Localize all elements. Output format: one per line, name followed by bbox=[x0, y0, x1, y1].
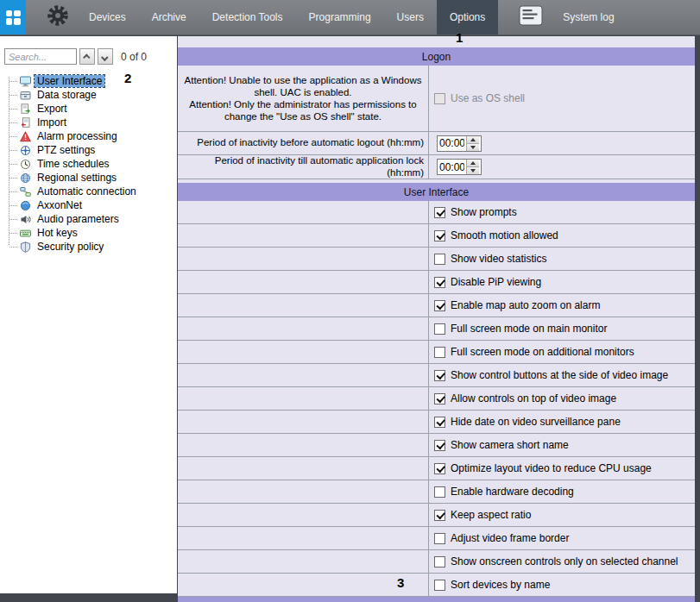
sidebar-item-audio-parameters[interactable]: Audio parameters bbox=[5, 212, 177, 226]
system-log-icon bbox=[519, 5, 543, 29]
auto-logout-input[interactable] bbox=[438, 136, 466, 151]
smooth-motion-checkbox[interactable] bbox=[434, 230, 445, 241]
hardware-decoding-label: Enable hardware decoding bbox=[451, 486, 574, 498]
fullscreen-additional-monitors-label: Full screen mode on additional monitors bbox=[451, 346, 634, 358]
map-auto-zoom-label: Enable map auto zoom on alarm bbox=[451, 299, 600, 311]
triangle-down-icon bbox=[470, 146, 476, 149]
sidebar-item-data-storage[interactable]: Data storage bbox=[5, 88, 177, 102]
adjust-frame-border-checkbox[interactable] bbox=[434, 533, 445, 544]
sidebar-item-label: Import bbox=[35, 116, 69, 129]
auto-lock-control-cell bbox=[429, 155, 695, 179]
import-icon bbox=[20, 117, 31, 129]
menu-item-archive[interactable]: Archive bbox=[139, 0, 199, 34]
setting-row: Optimize layout video to reduce CPU usag… bbox=[178, 457, 695, 480]
os-shell-control-cell: Use as OS shell bbox=[429, 66, 695, 131]
fullscreen-main-monitor-label: Full screen mode on main monitor bbox=[451, 323, 607, 335]
auto-lock-input[interactable] bbox=[438, 160, 466, 174]
menu-item-users[interactable]: Users bbox=[384, 0, 437, 34]
setting-row: Enable hardware decoding bbox=[178, 480, 695, 504]
camera-short-name-checkbox[interactable] bbox=[434, 440, 445, 451]
spin-up-button[interactable] bbox=[467, 160, 479, 167]
fullscreen-additional-monitors-checkbox[interactable] bbox=[434, 347, 445, 358]
keep-aspect-ratio-label: Keep aspect ratio bbox=[451, 509, 531, 521]
speaker-icon bbox=[20, 214, 31, 225]
sidebar-item-label: Audio parameters bbox=[35, 213, 122, 225]
globe-icon bbox=[20, 172, 31, 184]
search-input[interactable] bbox=[4, 48, 77, 65]
annotation-3: 3 bbox=[397, 575, 404, 590]
annotation-2: 2 bbox=[124, 71, 131, 85]
gear-icon bbox=[46, 3, 70, 31]
annotation-1: 1 bbox=[456, 30, 463, 45]
use-as-os-shell-label: Use as OS shell bbox=[451, 92, 525, 104]
optimize-layout-checkbox[interactable] bbox=[434, 463, 445, 474]
setting-row: Smooth motion allowed bbox=[178, 224, 695, 248]
sidebar-item-time-schedules[interactable]: Time schedules bbox=[5, 157, 177, 171]
spin-down-button[interactable] bbox=[467, 144, 479, 151]
setting-row: Full screen mode on additional monitors bbox=[178, 341, 695, 364]
setting-row: Disable PiP viewing bbox=[178, 271, 695, 294]
spin-down-button[interactable] bbox=[467, 167, 479, 174]
sidebar-item-label: Time schedules bbox=[35, 158, 112, 170]
auto-logout-label: Period of inactivity before automatic lo… bbox=[178, 137, 428, 149]
sidebar-item-export[interactable]: Export bbox=[5, 102, 177, 116]
ptz-icon bbox=[20, 145, 31, 156]
menu-item-options[interactable]: Options bbox=[437, 0, 498, 34]
map-auto-zoom-checkbox[interactable] bbox=[434, 300, 445, 311]
setting-row: Show video statistics bbox=[178, 248, 695, 271]
menu-item-system-log[interactable]: System log bbox=[550, 0, 627, 34]
system-log-button[interactable] bbox=[512, 0, 550, 34]
menu-item-devices[interactable]: Devices bbox=[76, 0, 139, 34]
sidebar-item-hot-keys[interactable]: Hot keys bbox=[5, 226, 177, 240]
show-prompts-checkbox[interactable] bbox=[434, 207, 445, 218]
sidebar-item-label: Regional settings bbox=[35, 172, 119, 184]
sidebar-item-user-interface[interactable]: User Interface bbox=[5, 74, 177, 88]
sidebar-item-label: Export bbox=[35, 103, 70, 115]
setting-row: Sort devices by name bbox=[178, 574, 695, 597]
optimize-layout-label: Optimize layout video to reduce CPU usag… bbox=[451, 462, 652, 474]
controls-on-top-checkbox[interactable] bbox=[434, 393, 445, 404]
auto-logout-control-cell bbox=[429, 132, 695, 154]
sidebar-item-label: Data storage bbox=[35, 89, 99, 101]
sidebar-item-security-policy[interactable]: Security policy bbox=[5, 240, 177, 254]
app-logo-button[interactable] bbox=[0, 0, 26, 34]
video-statistics-checkbox[interactable] bbox=[434, 254, 445, 265]
triangle-up-icon bbox=[470, 161, 476, 165]
sidebar-item-label: Security policy bbox=[35, 241, 106, 253]
control-buttons-side-checkbox[interactable] bbox=[434, 370, 445, 381]
options-content-panel: Logon Attention! Unable to use the appli… bbox=[178, 36, 695, 602]
hardware-decoding-checkbox[interactable] bbox=[434, 486, 445, 498]
shield-icon bbox=[20, 241, 31, 253]
triangle-up-icon bbox=[470, 138, 476, 141]
disable-pip-checkbox[interactable] bbox=[434, 277, 445, 288]
auto-logout-row: Period of inactivity before automatic lo… bbox=[178, 132, 695, 155]
hide-date-label: Hide date on video surveillance pane bbox=[451, 416, 621, 428]
options-sidebar: 0 of 0 User Interface Data storage Expor… bbox=[0, 36, 177, 593]
sidebar-item-automatic-connection[interactable]: Automatic connection bbox=[5, 185, 177, 198]
onscreen-controls-selected-channel-checkbox[interactable] bbox=[434, 556, 445, 568]
auto-lock-row: Period of inactivity till automatic appl… bbox=[178, 155, 695, 179]
search-prev-button[interactable] bbox=[79, 48, 95, 65]
monitor-icon bbox=[20, 76, 31, 87]
hide-date-checkbox[interactable] bbox=[434, 417, 445, 428]
sidebar-item-ptz-settings[interactable]: PTZ settings bbox=[5, 143, 177, 157]
os-shell-description-cell: Attention! Unable to use the application… bbox=[178, 66, 429, 131]
sidebar-item-alarm-processing[interactable]: Alarm processing bbox=[5, 129, 177, 143]
keep-aspect-ratio-checkbox[interactable] bbox=[434, 510, 445, 521]
smooth-motion-label: Smooth motion allowed bbox=[451, 229, 558, 241]
onscreen-controls-selected-channel-label: Show onscreen controls only on selected … bbox=[451, 555, 678, 568]
clock-icon bbox=[20, 159, 31, 170]
setting-row: Show camera short name bbox=[178, 434, 695, 457]
sort-devices-checkbox[interactable] bbox=[434, 580, 445, 591]
menu-item-programming[interactable]: Programming bbox=[296, 0, 384, 34]
toolbar-spacer bbox=[26, 0, 40, 34]
search-next-button[interactable] bbox=[98, 48, 113, 65]
sidebar-item-regional-settings[interactable]: Regional settings bbox=[5, 171, 177, 185]
sidebar-item-import[interactable]: Import bbox=[5, 116, 177, 129]
fullscreen-main-monitor-checkbox[interactable] bbox=[434, 323, 445, 335]
spin-up-button[interactable] bbox=[467, 136, 479, 144]
settings-gear-button[interactable] bbox=[40, 0, 76, 34]
os-shell-row: Attention! Unable to use the application… bbox=[178, 66, 695, 132]
menu-item-detection-tools[interactable]: Detection Tools bbox=[199, 0, 296, 34]
sidebar-item-axxonnet[interactable]: AxxonNet bbox=[5, 198, 177, 212]
